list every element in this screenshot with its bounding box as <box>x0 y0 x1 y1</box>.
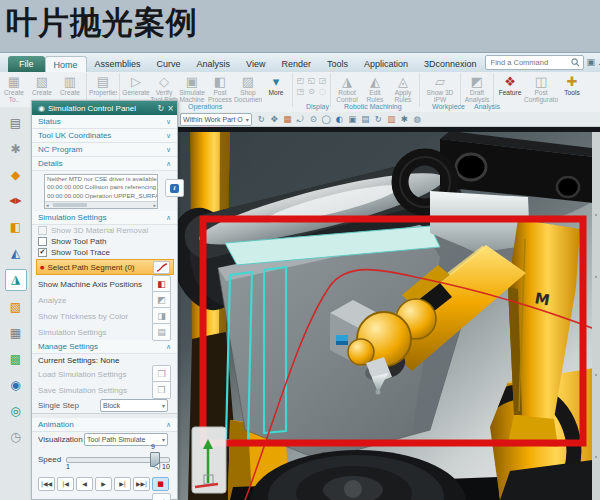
machine-tool-icon[interactable]: ▦ <box>6 323 26 343</box>
display-mini-icon[interactable]: ◌ <box>317 86 328 97</box>
checkbox-show-3d-material-removal[interactable]: Show 3D Material Removal <box>32 225 177 236</box>
section-manage-settings[interactable]: Manage Settings ∧ <box>32 340 177 354</box>
display-mini-icon[interactable]: ◰ <box>295 75 306 86</box>
show-thickness-by-color-row[interactable]: Show Thickness by Color ◨ <box>32 308 177 324</box>
checkbox-checked-icon[interactable]: ✔ <box>38 248 47 257</box>
analyze-row[interactable]: Analyze ◩ <box>32 292 177 308</box>
display-mini-icon[interactable]: ◳ <box>295 86 306 97</box>
section-tool-uk-coordinates[interactable]: Tool UK Coordinates ∨ <box>32 129 177 143</box>
edit-rules-button[interactable]: ◭ Edit Rules <box>361 72 389 104</box>
snap-icon[interactable]: ✱ <box>398 113 411 126</box>
material-removal-icon[interactable]: ▩ <box>6 349 26 369</box>
section-details[interactable]: Details ∧ <box>32 157 177 171</box>
refresh-icon[interactable]: ↻ <box>255 113 268 126</box>
simulate-machine-button[interactable]: ▣ Simulate Machine <box>178 72 206 104</box>
update-icon[interactable]: ↻ <box>372 113 385 126</box>
path-segment-button[interactable] <box>153 261 170 274</box>
scroll-right-icon[interactable]: ▸ <box>153 202 156 208</box>
orbit-icon[interactable]: ◯ <box>320 113 333 126</box>
pan-icon[interactable]: ✥ <box>268 113 281 126</box>
single-step-dropdown[interactable]: Block ▾ <box>100 399 168 412</box>
play-forward-button[interactable]: ▶ <box>95 477 112 491</box>
rotate-view-icon[interactable]: ⤾ <box>294 113 307 126</box>
scrollbar-thumb[interactable] <box>53 203 87 207</box>
machine-axes-icon[interactable]: ◧ <box>6 217 26 237</box>
panel-header[interactable]: ◉ Simulation Control Panel ↻ × <box>32 101 177 115</box>
tab-view[interactable]: View <box>238 56 273 72</box>
zoom-icon[interactable]: ⊙ <box>307 113 320 126</box>
display-group-icons[interactable]: ◰ ◱ ◲ ◳ ⊙ ◌ <box>295 72 328 97</box>
checkbox-show-tool-trace[interactable]: ✔ Show Tool Trace <box>32 247 177 258</box>
checkbox-icon[interactable] <box>38 226 47 235</box>
post-configurator-button[interactable]: ◫ Post Configurator <box>524 72 558 104</box>
save-settings-button[interactable]: ❐ <box>152 381 171 399</box>
draft-analysis-button[interactable]: ◩ Draft Analysis <box>463 72 491 104</box>
details-log[interactable]: Neither MTD nor CSE driver is available,… <box>44 174 158 209</box>
tool-library-icon[interactable]: ▧ <box>6 297 26 317</box>
kinematics-icon[interactable]: ◭ <box>6 243 26 263</box>
graphics-viewport[interactable]: M <box>178 127 600 500</box>
select-path-segment-row[interactable]: ● Select Path Segment (0) <box>36 259 174 275</box>
feature-button[interactable]: ❖ Feature <box>496 72 524 104</box>
globe-icon[interactable]: ◍ <box>411 113 424 126</box>
clock-icon[interactable]: ◷ <box>6 427 26 447</box>
shop-documentation-button[interactable]: ▨ Shop Documentation <box>234 72 262 104</box>
refresh-icon[interactable]: ↻ <box>158 104 165 113</box>
save-simulation-settings-row[interactable]: Save Simulation Settings ❐ <box>32 382 177 398</box>
tab-render[interactable]: Render <box>273 56 319 72</box>
tab-application[interactable]: Application <box>356 56 416 72</box>
visualization-dropdown[interactable]: Tool Path Simulate ▾ <box>84 433 168 446</box>
more-button[interactable]: ▾ More <box>262 72 290 104</box>
simulation-settings-row[interactable]: Simulation Settings ▤ <box>32 324 177 340</box>
shaded-view-icon[interactable]: ◐ <box>333 113 346 126</box>
gear-icon[interactable]: ✱ <box>6 139 26 159</box>
apply-rules-button[interactable]: ◬ Apply Rules <box>389 72 417 104</box>
post-process-button[interactable]: ◧ Post Process <box>206 72 234 104</box>
section-status[interactable]: Status ∨ <box>32 115 177 129</box>
checkbox-icon[interactable] <box>38 237 47 246</box>
reset-machine-button[interactable]: ↵ <box>152 493 171 500</box>
tab-3dconnexion[interactable]: 3Dconnexion <box>416 56 485 72</box>
step-back-button[interactable]: ◀ <box>76 477 93 491</box>
tab-curve[interactable]: Curve <box>149 56 189 72</box>
reset-machine-row[interactable]: Reset Machine ↵ <box>32 493 177 500</box>
find-command-input[interactable] <box>489 57 571 68</box>
display-mini-icon[interactable]: ◲ <box>317 75 328 86</box>
stop-button[interactable]: ■ <box>152 477 169 491</box>
show-machine-axis-positions-row[interactable]: Show Machine Axis Positions ◧ <box>32 276 177 292</box>
scroll-left-icon[interactable]: ◂ <box>46 202 49 208</box>
robot-teach-icon[interactable]: ◆ <box>6 165 26 185</box>
create-tool-button[interactable]: ▦ Create To.. <box>0 72 28 104</box>
collision-icon[interactable]: ◀▶ <box>6 191 26 211</box>
selection-scope-dropdown[interactable]: Within Work Part O ▾ <box>180 113 252 126</box>
load-simulation-settings-row[interactable]: Load Simulation Settings ❒ <box>32 366 177 382</box>
section-animation[interactable]: Animation ∧ <box>32 418 177 432</box>
tab-assemblies[interactable]: Assemblies <box>87 56 149 72</box>
window-icon[interactable]: ▣ <box>346 113 359 126</box>
step-back-block-button[interactable]: |◀ <box>57 477 74 491</box>
display-mini-icon[interactable]: ◱ <box>306 75 317 86</box>
display-mini-icon[interactable]: ⊙ <box>306 86 317 97</box>
section-nc-program[interactable]: NC Program ∨ <box>32 143 177 157</box>
view-style-icon[interactable]: ▦ <box>281 113 294 126</box>
tab-home[interactable]: Home <box>45 56 87 73</box>
information-icon[interactable]: ◉ <box>6 375 26 395</box>
go-to-end-button[interactable]: ▶▶| <box>133 477 150 491</box>
robot-control-button[interactable]: ◮ Robot Control <box>333 72 361 104</box>
tab-tools[interactable]: Tools <box>319 56 356 72</box>
layout-icon[interactable]: ▤ <box>359 113 372 126</box>
tab-analysis[interactable]: Analysis <box>189 56 239 72</box>
file-tab[interactable]: File <box>8 56 45 72</box>
simulation-panel-icon[interactable]: ◮ <box>5 269 27 291</box>
simulation-settings-button[interactable]: ▤ <box>152 323 171 341</box>
step-forward-button[interactable]: ▶| <box>114 477 131 491</box>
show-3d-ipw-button[interactable]: ▱ Show 3D IPW <box>422 72 458 104</box>
screenshot-icon[interactable]: ▣ <box>587 56 596 69</box>
go-to-start-button[interactable]: |◀◀ <box>38 477 55 491</box>
grid-icon[interactable]: ▥ <box>385 113 398 126</box>
find-command-box[interactable] <box>485 55 584 70</box>
environment-icon[interactable]: ◎ <box>6 401 26 421</box>
navigator-icon[interactable]: ▤ <box>6 113 26 133</box>
close-icon[interactable]: × <box>167 104 174 113</box>
tools-button[interactable]: ✚ Tools <box>558 72 586 104</box>
